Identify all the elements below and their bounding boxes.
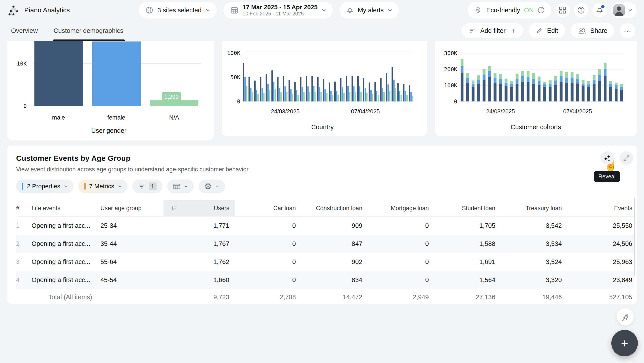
bar-segment[interactable] xyxy=(604,63,606,69)
apps-grid-button[interactable] xyxy=(555,3,570,17)
bar[interactable] xyxy=(336,91,337,101)
bar[interactable] xyxy=(332,95,333,101)
bar[interactable] xyxy=(355,92,356,101)
bar-segment[interactable] xyxy=(560,76,562,82)
create-new-button[interactable]: + xyxy=(611,330,638,357)
bar[interactable] xyxy=(376,91,378,101)
help-button[interactable] xyxy=(574,3,588,17)
bar[interactable] xyxy=(286,92,287,101)
bar-male[interactable] xyxy=(34,41,83,106)
eco-friendly-toggle[interactable]: Eco-friendly ON xyxy=(468,2,551,18)
bar-segment[interactable] xyxy=(477,80,480,84)
bar[interactable] xyxy=(296,90,297,101)
user-gender-chart[interactable]: 10K01,299malefemaleN/AUser gender xyxy=(7,41,214,140)
bar-female[interactable] xyxy=(92,41,141,106)
bar-segment[interactable] xyxy=(460,59,464,66)
bar-segment[interactable] xyxy=(582,86,585,101)
bar-segment[interactable] xyxy=(549,84,552,87)
bar-segment[interactable] xyxy=(532,73,535,79)
bar[interactable] xyxy=(403,84,404,101)
bar[interactable] xyxy=(382,88,383,101)
bar[interactable] xyxy=(400,95,402,101)
bar-segment[interactable] xyxy=(499,79,502,84)
bar-segment[interactable] xyxy=(554,76,557,80)
bar[interactable] xyxy=(338,95,339,101)
bar[interactable] xyxy=(360,92,362,101)
bar[interactable] xyxy=(399,91,400,101)
bar[interactable] xyxy=(260,77,261,101)
bar-segment[interactable] xyxy=(592,80,596,84)
bar-segment[interactable] xyxy=(587,87,590,101)
user-menu[interactable] xyxy=(611,2,636,18)
bar-segment[interactable] xyxy=(483,80,486,101)
bar-segment[interactable] xyxy=(466,78,469,83)
column-header-mortgage-loan[interactable]: Mortgage loan xyxy=(368,205,434,212)
date-range-picker[interactable]: 17 Mar 2025 - 15 Apr 2025 10 Feb 2025 - … xyxy=(224,2,332,18)
bar-segment[interactable] xyxy=(615,85,618,89)
bar-segment[interactable] xyxy=(543,82,546,84)
edit-button[interactable]: Edit xyxy=(528,23,565,38)
bar[interactable] xyxy=(273,82,274,101)
bar[interactable] xyxy=(317,77,318,101)
bar-segment[interactable] xyxy=(554,80,557,84)
bar[interactable] xyxy=(353,86,354,101)
bar[interactable] xyxy=(262,88,263,101)
bar-segment[interactable] xyxy=(620,90,623,101)
bar[interactable] xyxy=(323,79,324,101)
bar-segment[interactable] xyxy=(543,84,546,87)
bar-segment[interactable] xyxy=(598,75,601,81)
tab-customer-demographics[interactable]: Customer demographics xyxy=(54,20,123,41)
bar-segment[interactable] xyxy=(565,83,568,101)
bar[interactable] xyxy=(256,90,257,101)
metrics-chip[interactable]: 7 Metrics xyxy=(78,180,128,193)
bar-segment[interactable] xyxy=(571,78,574,83)
bar-segment[interactable] xyxy=(598,69,601,75)
sites-selector[interactable]: 3 sites selected xyxy=(139,2,216,18)
column-header-events[interactable]: Events xyxy=(567,205,634,212)
bar[interactable] xyxy=(300,77,301,101)
launch-button[interactable] xyxy=(617,308,634,326)
column-header-construction-loan[interactable]: Construction loan xyxy=(301,205,368,212)
bar[interactable] xyxy=(395,88,396,101)
bar-segment[interactable] xyxy=(460,66,464,72)
column-header-car-loan[interactable]: Car loan xyxy=(234,205,301,212)
column-header-user-age-group[interactable]: User age group xyxy=(100,205,164,212)
bar-segment[interactable] xyxy=(538,85,540,101)
bar-segment[interactable] xyxy=(576,74,579,79)
bar-segment[interactable] xyxy=(560,71,562,76)
bar[interactable] xyxy=(412,96,413,101)
bar[interactable] xyxy=(364,88,366,101)
bar-segment[interactable] xyxy=(516,79,518,84)
bar-segment[interactable] xyxy=(609,87,612,101)
bar[interactable] xyxy=(352,76,353,101)
bar[interactable] xyxy=(280,92,282,101)
bar-segment[interactable] xyxy=(538,76,540,81)
bar[interactable] xyxy=(324,89,326,101)
bar-segment[interactable] xyxy=(571,83,574,101)
bar[interactable] xyxy=(404,91,406,101)
bar[interactable] xyxy=(288,80,290,101)
bar[interactable] xyxy=(342,87,343,101)
bar-segment[interactable] xyxy=(582,80,585,84)
bar[interactable] xyxy=(397,83,398,101)
bar-segment[interactable] xyxy=(587,84,590,87)
bar-segment[interactable] xyxy=(494,83,496,101)
table-row[interactable]: 2Opening a first acc...35-441,767084701,… xyxy=(16,235,634,253)
bar-segment[interactable] xyxy=(560,82,562,101)
bar-segment[interactable] xyxy=(472,80,474,84)
bar-segment[interactable] xyxy=(609,81,612,84)
bar-segment[interactable] xyxy=(592,75,596,80)
bar[interactable] xyxy=(409,85,410,101)
bar[interactable] xyxy=(272,70,273,101)
bar-segment[interactable] xyxy=(554,84,557,101)
bar-segment[interactable] xyxy=(477,84,480,101)
bar-segment[interactable] xyxy=(521,71,524,76)
settings-chip[interactable]: ⚙ xyxy=(199,180,225,193)
bar-segment[interactable] xyxy=(510,87,513,101)
bar[interactable] xyxy=(392,67,393,101)
bar[interactable] xyxy=(290,89,292,101)
more-options-button[interactable]: … xyxy=(620,23,635,38)
bar[interactable] xyxy=(309,92,310,101)
bar-segment[interactable] xyxy=(604,69,606,76)
bar[interactable] xyxy=(357,76,359,101)
